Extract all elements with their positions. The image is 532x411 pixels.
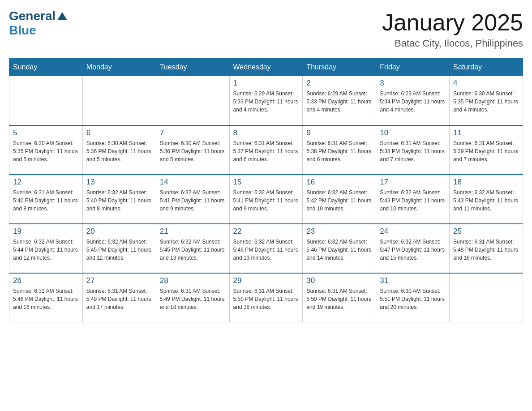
day-info: Sunrise: 6:32 AM Sunset: 5:43 PM Dayligh… — [380, 188, 446, 213]
day-info: Sunrise: 6:29 AM Sunset: 5:33 PM Dayligh… — [306, 90, 372, 114]
calendar-cell: 25Sunrise: 6:31 AM Sunset: 5:48 PM Dayli… — [450, 224, 523, 273]
title-area: January 2025 Batac City, Ilocos, Philipp… — [382, 9, 523, 49]
day-number: 8 — [233, 128, 299, 137]
day-info: Sunrise: 6:32 AM Sunset: 5:44 PM Dayligh… — [13, 238, 79, 262]
calendar-day-header-saturday: Saturday — [450, 59, 523, 76]
logo: General Blue — [9, 9, 67, 38]
day-number: 13 — [86, 178, 152, 187]
calendar-cell: 14Sunrise: 6:32 AM Sunset: 5:41 PM Dayli… — [156, 175, 229, 224]
day-number: 10 — [380, 128, 446, 137]
calendar-cell: 19Sunrise: 6:32 AM Sunset: 5:44 PM Dayli… — [9, 224, 83, 273]
day-number: 17 — [380, 178, 446, 187]
calendar-cell: 1Sunrise: 6:29 AM Sunset: 5:33 PM Daylig… — [229, 76, 303, 125]
day-info: Sunrise: 6:31 AM Sunset: 5:50 PM Dayligh… — [306, 287, 372, 311]
day-number: 16 — [306, 178, 372, 187]
calendar-cell — [9, 76, 83, 125]
day-info: Sunrise: 6:32 AM Sunset: 5:45 PM Dayligh… — [86, 238, 152, 262]
day-info: Sunrise: 6:31 AM Sunset: 5:37 PM Dayligh… — [233, 139, 299, 163]
day-info: Sunrise: 6:32 AM Sunset: 5:47 PM Dayligh… — [380, 238, 446, 262]
calendar-cell: 26Sunrise: 6:31 AM Sunset: 5:48 PM Dayli… — [9, 273, 83, 322]
day-number: 6 — [86, 128, 152, 137]
day-info: Sunrise: 6:32 AM Sunset: 5:40 PM Dayligh… — [86, 188, 152, 213]
calendar-cell: 3Sunrise: 6:29 AM Sunset: 5:34 PM Daylig… — [376, 76, 450, 125]
day-number: 27 — [86, 276, 152, 285]
calendar-cell: 15Sunrise: 6:32 AM Sunset: 5:41 PM Dayli… — [229, 175, 303, 224]
day-info: Sunrise: 6:30 AM Sunset: 5:36 PM Dayligh… — [86, 139, 152, 163]
day-number: 31 — [380, 276, 446, 285]
day-number: 5 — [13, 128, 79, 137]
day-number: 2 — [306, 79, 372, 88]
day-number: 18 — [453, 178, 519, 187]
calendar-table: SundayMondayTuesdayWednesdayThursdayFrid… — [9, 58, 523, 322]
day-number: 24 — [380, 227, 446, 236]
day-number: 22 — [233, 227, 299, 236]
logo-triangle-icon — [57, 12, 67, 20]
day-info: Sunrise: 6:31 AM Sunset: 5:39 PM Dayligh… — [453, 139, 519, 163]
calendar-cell: 10Sunrise: 6:31 AM Sunset: 5:38 PM Dayli… — [376, 125, 450, 175]
calendar-cell: 24Sunrise: 6:32 AM Sunset: 5:47 PM Dayli… — [376, 224, 450, 273]
day-number: 12 — [13, 178, 79, 187]
day-info: Sunrise: 6:32 AM Sunset: 5:41 PM Dayligh… — [233, 188, 299, 213]
day-number: 7 — [160, 128, 226, 137]
month-title: January 2025 — [382, 9, 523, 36]
calendar-week-row: 26Sunrise: 6:31 AM Sunset: 5:48 PM Dayli… — [9, 273, 523, 322]
day-number: 11 — [453, 128, 519, 137]
day-info: Sunrise: 6:32 AM Sunset: 5:43 PM Dayligh… — [453, 188, 519, 213]
calendar-week-row: 12Sunrise: 6:31 AM Sunset: 5:40 PM Dayli… — [9, 175, 523, 224]
day-number: 19 — [13, 227, 79, 236]
calendar-cell: 8Sunrise: 6:31 AM Sunset: 5:37 PM Daylig… — [229, 125, 303, 175]
calendar-cell: 13Sunrise: 6:32 AM Sunset: 5:40 PM Dayli… — [82, 175, 156, 224]
day-number: 14 — [160, 178, 226, 187]
calendar-cell: 22Sunrise: 6:32 AM Sunset: 5:46 PM Dayli… — [229, 224, 303, 273]
calendar-cell: 6Sunrise: 6:30 AM Sunset: 5:36 PM Daylig… — [82, 125, 156, 175]
day-number: 9 — [306, 128, 372, 137]
day-number: 3 — [380, 79, 446, 88]
calendar-cell: 11Sunrise: 6:31 AM Sunset: 5:39 PM Dayli… — [450, 125, 523, 175]
calendar-cell — [156, 76, 229, 125]
svg-marker-0 — [57, 12, 67, 20]
calendar-week-row: 5Sunrise: 6:30 AM Sunset: 5:35 PM Daylig… — [9, 125, 523, 175]
day-number: 26 — [13, 276, 79, 285]
calendar-cell: 16Sunrise: 6:32 AM Sunset: 5:42 PM Dayli… — [303, 175, 376, 224]
day-info: Sunrise: 6:30 AM Sunset: 5:35 PM Dayligh… — [13, 139, 79, 163]
day-info: Sunrise: 6:32 AM Sunset: 5:46 PM Dayligh… — [233, 238, 299, 262]
day-number: 20 — [86, 227, 152, 236]
day-number: 28 — [160, 276, 226, 285]
day-info: Sunrise: 6:29 AM Sunset: 5:34 PM Dayligh… — [380, 90, 446, 114]
calendar-day-header-thursday: Thursday — [303, 59, 376, 76]
day-info: Sunrise: 6:31 AM Sunset: 5:38 PM Dayligh… — [380, 139, 446, 163]
calendar-day-header-wednesday: Wednesday — [229, 59, 303, 76]
day-info: Sunrise: 6:31 AM Sunset: 5:50 PM Dayligh… — [233, 287, 299, 311]
day-info: Sunrise: 6:32 AM Sunset: 5:42 PM Dayligh… — [306, 188, 372, 213]
day-info: Sunrise: 6:32 AM Sunset: 5:41 PM Dayligh… — [160, 188, 226, 213]
calendar-week-row: 19Sunrise: 6:32 AM Sunset: 5:44 PM Dayli… — [9, 224, 523, 273]
page-header: General Blue January 2025 Batac City, Il… — [9, 9, 523, 49]
day-info: Sunrise: 6:31 AM Sunset: 5:49 PM Dayligh… — [86, 287, 152, 311]
calendar-cell — [450, 273, 523, 322]
calendar-cell: 21Sunrise: 6:32 AM Sunset: 5:45 PM Dayli… — [156, 224, 229, 273]
day-info: Sunrise: 6:30 AM Sunset: 5:36 PM Dayligh… — [160, 139, 226, 163]
day-info: Sunrise: 6:31 AM Sunset: 5:48 PM Dayligh… — [453, 238, 519, 262]
calendar-cell: 5Sunrise: 6:30 AM Sunset: 5:35 PM Daylig… — [9, 125, 83, 175]
calendar-day-header-friday: Friday — [376, 59, 450, 76]
calendar-cell: 30Sunrise: 6:31 AM Sunset: 5:50 PM Dayli… — [303, 273, 376, 322]
calendar-day-header-sunday: Sunday — [9, 59, 83, 76]
day-number: 30 — [306, 276, 372, 285]
day-info: Sunrise: 6:30 AM Sunset: 5:35 PM Dayligh… — [453, 90, 519, 114]
calendar-cell: 29Sunrise: 6:31 AM Sunset: 5:50 PM Dayli… — [229, 273, 303, 322]
calendar-day-header-monday: Monday — [82, 59, 156, 76]
day-info: Sunrise: 6:31 AM Sunset: 5:40 PM Dayligh… — [13, 188, 79, 213]
calendar-cell: 2Sunrise: 6:29 AM Sunset: 5:33 PM Daylig… — [303, 76, 376, 125]
day-number: 15 — [233, 178, 299, 187]
calendar-cell: 23Sunrise: 6:32 AM Sunset: 5:46 PM Dayli… — [303, 224, 376, 273]
location-title: Batac City, Ilocos, Philippines — [382, 38, 523, 49]
logo-blue: Blue — [9, 23, 36, 38]
day-number: 25 — [453, 227, 519, 236]
day-info: Sunrise: 6:32 AM Sunset: 5:45 PM Dayligh… — [160, 238, 226, 262]
logo-general: General — [9, 9, 56, 23]
calendar-cell: 4Sunrise: 6:30 AM Sunset: 5:35 PM Daylig… — [450, 76, 523, 125]
calendar-cell: 20Sunrise: 6:32 AM Sunset: 5:45 PM Dayli… — [82, 224, 156, 273]
day-info: Sunrise: 6:31 AM Sunset: 5:48 PM Dayligh… — [13, 287, 79, 311]
calendar-header-row: SundayMondayTuesdayWednesdayThursdayFrid… — [9, 59, 523, 76]
calendar-week-row: 1Sunrise: 6:29 AM Sunset: 5:33 PM Daylig… — [9, 76, 523, 125]
